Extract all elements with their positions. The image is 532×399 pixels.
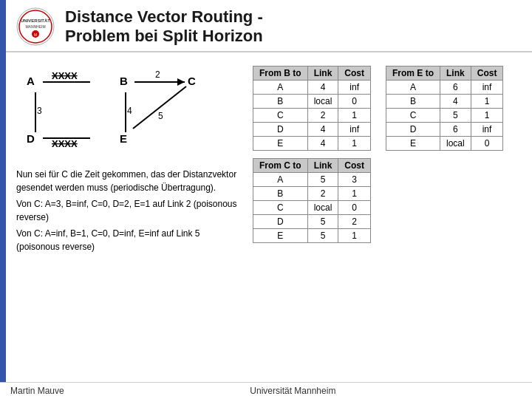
table-cell: 6 xyxy=(440,122,471,136)
table-cell: 3 xyxy=(338,172,371,186)
table-cell: 1 xyxy=(338,136,371,150)
table-row: B21 xyxy=(253,186,371,200)
svg-line-9 xyxy=(133,86,186,129)
table-cell: D xyxy=(386,122,440,136)
table-cell: 4 xyxy=(307,136,338,150)
svg-marker-23 xyxy=(177,78,185,86)
svg-text:XXXX: XXXX xyxy=(52,138,78,149)
table-cell: 2 xyxy=(307,186,338,200)
table-cell: C xyxy=(253,200,308,214)
table-cell: 1 xyxy=(338,108,371,122)
table-row: A6inf xyxy=(386,80,503,94)
table-c: From C to Link Cost A53B21Clocal0D52E51 xyxy=(253,158,371,243)
table-cell: 4 xyxy=(307,80,338,94)
svg-text:E: E xyxy=(120,132,127,145)
network-diagram: A B C D E XXXX XXXX 3 4 2 xyxy=(16,66,245,162)
table-cell: local xyxy=(307,200,338,214)
svg-text:M: M xyxy=(34,33,37,37)
table-cell: D xyxy=(253,122,308,136)
table-cell: 1 xyxy=(471,108,503,122)
table-cell: C xyxy=(386,108,440,122)
footer-center: Universität Mannheim xyxy=(250,386,335,396)
table-e-header-link: Link xyxy=(440,66,471,80)
footer-left: Martin Mauve xyxy=(10,386,64,396)
table-cell: 1 xyxy=(471,94,503,108)
table-cell: 5 xyxy=(307,172,338,186)
table-row: D4inf xyxy=(253,122,371,136)
text-block: Nun sei für C die Zeit gekommen, das der… xyxy=(16,168,245,253)
table-row: B41 xyxy=(386,94,503,108)
table-cell: 1 xyxy=(338,186,371,200)
svg-text:UNIVERSITÄT: UNIVERSITÄT xyxy=(21,18,50,23)
table-row: C51 xyxy=(386,108,503,122)
table-cell: 5 xyxy=(307,228,338,242)
table-cell: 4 xyxy=(307,122,338,136)
para1: Nun sei für C die Zeit gekommen, das der… xyxy=(16,168,245,194)
table-row: E41 xyxy=(253,136,371,150)
table-cell: local xyxy=(440,136,471,150)
table-row: Blocal0 xyxy=(253,94,371,108)
svg-text:XXXX: XXXX xyxy=(52,70,78,81)
table-b-header-from: From B to xyxy=(253,66,308,80)
table-cell: 5 xyxy=(307,214,338,228)
title-block: Distance Vector Routing - Problem bei Sp… xyxy=(65,7,263,47)
footer: Martin Mauve Universität Mannheim xyxy=(0,382,532,399)
table-b-header-cost: Cost xyxy=(338,66,371,80)
svg-text:MANNHEIM: MANNHEIM xyxy=(25,24,45,29)
table-e: From E to Link Cost A6infB41C51D6infEloc… xyxy=(386,66,503,151)
svg-text:3: 3 xyxy=(37,106,42,116)
table-cell: inf xyxy=(338,80,371,94)
table-row: A53 xyxy=(253,172,371,186)
table-cell: B xyxy=(386,94,440,108)
table-cell: 0 xyxy=(338,200,371,214)
svg-text:C: C xyxy=(188,75,196,87)
table-row: D52 xyxy=(253,214,371,228)
svg-text:2: 2 xyxy=(155,69,160,80)
table-cell: inf xyxy=(471,80,503,94)
table-cell: 4 xyxy=(440,94,471,108)
table-b: From B to Link Cost A4infBlocal0C21D4inf… xyxy=(253,66,371,151)
table-cell: E xyxy=(253,136,308,150)
table-cell: A xyxy=(253,80,308,94)
table-e-header-cost: Cost xyxy=(471,66,503,80)
table-cell: A xyxy=(386,80,440,94)
table-cell: local xyxy=(307,94,338,108)
table-cell: E xyxy=(386,136,440,150)
table-cell: 0 xyxy=(338,94,371,108)
para2: Von C: A=3, B=inf, C=0, D=2, E=1 auf Lin… xyxy=(16,197,245,224)
svg-text:4: 4 xyxy=(127,106,132,116)
table-cell: D xyxy=(253,214,308,228)
table-cell: 6 xyxy=(440,80,471,94)
table-c-container: From C to Link Cost A53B21Clocal0D52E51 xyxy=(253,158,371,243)
svg-text:D: D xyxy=(27,132,35,145)
table-cell: C xyxy=(253,108,308,122)
svg-text:A: A xyxy=(27,75,35,87)
para3: Von C: A=inf, B=1, C=0, D=inf, E=inf auf… xyxy=(16,227,245,253)
table-c-header-link: Link xyxy=(307,158,338,172)
university-logo: UNIVERSITÄT MANNHEIM M xyxy=(16,7,55,46)
blue-accent xyxy=(0,0,6,399)
table-cell: A xyxy=(253,172,308,186)
svg-text:B: B xyxy=(120,75,128,87)
table-row: Elocal0 xyxy=(386,136,503,150)
table-cell: 1 xyxy=(338,228,371,242)
table-cell: 5 xyxy=(440,108,471,122)
table-row: C21 xyxy=(253,108,371,122)
table-cell: 0 xyxy=(471,136,503,150)
table-c-header-from: From C to xyxy=(253,158,308,172)
table-e-container: From E to Link Cost A6infB41C51D6infEloc… xyxy=(386,66,503,151)
page-title: Distance Vector Routing - Problem bei Sp… xyxy=(65,7,263,47)
table-cell: B xyxy=(253,94,308,108)
table-cell: B xyxy=(253,186,308,200)
table-row: D6inf xyxy=(386,122,503,136)
table-e-header-from: From E to xyxy=(386,66,440,80)
table-b-container: From B to Link Cost A4infBlocal0C21D4inf… xyxy=(253,66,371,151)
table-cell: 2 xyxy=(338,214,371,228)
table-cell: E xyxy=(253,228,308,242)
table-row: Clocal0 xyxy=(253,200,371,214)
table-row: A4inf xyxy=(253,80,371,94)
table-cell: inf xyxy=(471,122,503,136)
svg-text:5: 5 xyxy=(158,111,163,121)
table-row: E51 xyxy=(253,228,371,242)
table-cell: 2 xyxy=(307,108,338,122)
